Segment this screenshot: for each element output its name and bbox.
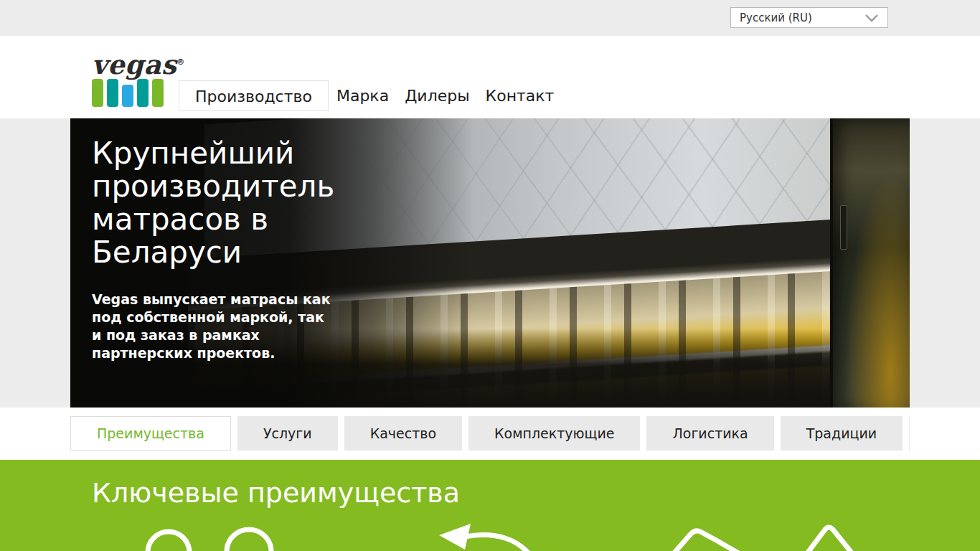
chevron-down-icon <box>864 14 879 22</box>
hero-title: Крупнейший производитель матрасов в Бела… <box>92 137 373 269</box>
advantages-heading: Ключевые преимущества <box>0 460 980 508</box>
registered-mark: ® <box>176 57 185 67</box>
logo-wordmark: vegas® <box>92 50 164 77</box>
tab-empty[interactable] <box>909 416 910 451</box>
arrowhead <box>439 524 471 550</box>
peak-icon <box>804 527 854 551</box>
package-icon <box>671 531 745 551</box>
logo-bar-green-1 <box>92 79 103 107</box>
tab-services[interactable]: Услуги <box>237 416 338 451</box>
circle-icon-2 <box>227 529 271 551</box>
circle-icon-1 <box>148 532 189 551</box>
tab-logistics[interactable]: Логистика <box>646 416 773 451</box>
tab-quality[interactable]: Качество <box>344 416 462 451</box>
top-bar: Русский (RU) <box>0 0 980 36</box>
logo-bar-teal-1 <box>107 79 118 107</box>
language-select-value: Русский (RU) <box>740 11 812 24</box>
main-nav: Производство Марка Дилеры Контакт <box>179 80 562 111</box>
logo-bars <box>92 79 164 107</box>
hero-banner: Крупнейший производитель матрасов в Бела… <box>70 118 910 408</box>
site-header: vegas® Производство Марка Дилеры Контакт <box>0 36 980 118</box>
tab-traditions[interactable]: Традиции <box>781 416 903 451</box>
nav-item-dealers[interactable]: Дилеры <box>405 80 469 111</box>
vegas-logo[interactable]: vegas® <box>92 50 164 107</box>
nav-item-production[interactable]: Производство <box>179 80 329 111</box>
nav-item-brand[interactable]: Марка <box>336 80 389 111</box>
language-select[interactable]: Русский (RU) <box>730 7 888 28</box>
section-tabs: Преимущества Услуги Качество Комплектующ… <box>0 408 980 460</box>
nav-item-contact[interactable]: Контакт <box>486 80 555 111</box>
hero-wrapper: Крупнейший производитель матрасов в Бела… <box>0 118 980 408</box>
tab-advantages[interactable]: Преимущества <box>70 416 231 451</box>
advantages-section: Ключевые преимущества <box>0 460 980 551</box>
logo-bar-blue <box>122 85 133 107</box>
rotate-arrow-icon <box>465 535 532 551</box>
advantage-icons <box>0 518 980 551</box>
logo-bar-green-2 <box>152 79 164 107</box>
tab-components[interactable]: Комплектующие <box>468 416 640 451</box>
hero-subtitle: Vegas выпускает матрасы как под собствен… <box>92 291 336 362</box>
logo-bar-teal-2 <box>137 79 149 107</box>
